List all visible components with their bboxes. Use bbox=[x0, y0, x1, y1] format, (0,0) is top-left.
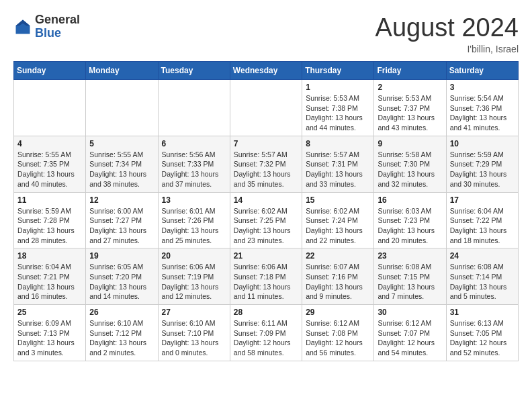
day-info: Sunrise: 5:56 AM Sunset: 7:33 PM Dayligh… bbox=[162, 150, 226, 189]
day-number: 20 bbox=[162, 251, 226, 261]
calendar-cell: 8Sunrise: 5:57 AM Sunset: 7:31 PM Daylig… bbox=[302, 136, 374, 192]
column-header-wednesday: Wednesday bbox=[230, 62, 302, 80]
day-info: Sunrise: 5:57 AM Sunset: 7:31 PM Dayligh… bbox=[306, 150, 370, 189]
day-info: Sunrise: 6:02 AM Sunset: 7:24 PM Dayligh… bbox=[306, 206, 370, 246]
day-number: 3 bbox=[450, 83, 515, 92]
day-info: Sunrise: 6:08 AM Sunset: 7:15 PM Dayligh… bbox=[378, 262, 442, 302]
day-info: Sunrise: 6:01 AM Sunset: 7:26 PM Dayligh… bbox=[162, 206, 226, 246]
day-info: Sunrise: 6:02 AM Sunset: 7:25 PM Dayligh… bbox=[234, 206, 298, 246]
calendar-header-row: SundayMondayTuesdayWednesdayThursdayFrid… bbox=[14, 62, 519, 80]
logo-general-text: General bbox=[35, 13, 80, 27]
day-info: Sunrise: 6:12 AM Sunset: 7:07 PM Dayligh… bbox=[378, 318, 442, 358]
column-header-friday: Friday bbox=[374, 62, 446, 80]
calendar-cell: 17Sunrise: 6:04 AM Sunset: 7:22 PM Dayli… bbox=[446, 192, 518, 248]
day-number: 21 bbox=[234, 251, 298, 261]
week-row-5: 25Sunrise: 6:09 AM Sunset: 7:13 PM Dayli… bbox=[14, 305, 519, 361]
day-info: Sunrise: 5:53 AM Sunset: 7:37 PM Dayligh… bbox=[378, 93, 442, 133]
calendar-cell: 7Sunrise: 5:57 AM Sunset: 7:32 PM Daylig… bbox=[230, 136, 302, 192]
day-number: 14 bbox=[234, 195, 298, 205]
calendar-cell: 31Sunrise: 6:13 AM Sunset: 7:05 PM Dayli… bbox=[446, 305, 518, 361]
day-info: Sunrise: 6:12 AM Sunset: 7:08 PM Dayligh… bbox=[306, 318, 370, 358]
calendar-cell: 18Sunrise: 6:04 AM Sunset: 7:21 PM Dayli… bbox=[14, 248, 86, 305]
day-number: 31 bbox=[450, 308, 515, 317]
day-info: Sunrise: 6:00 AM Sunset: 7:27 PM Dayligh… bbox=[89, 206, 154, 246]
day-number: 5 bbox=[89, 139, 154, 148]
day-info: Sunrise: 6:04 AM Sunset: 7:21 PM Dayligh… bbox=[17, 262, 82, 302]
day-number: 7 bbox=[234, 139, 298, 148]
day-info: Sunrise: 5:55 AM Sunset: 7:35 PM Dayligh… bbox=[17, 150, 82, 189]
calendar-cell: 4Sunrise: 5:55 AM Sunset: 7:35 PM Daylig… bbox=[14, 136, 86, 192]
day-number: 19 bbox=[89, 251, 154, 261]
day-number: 23 bbox=[378, 251, 442, 261]
day-number: 27 bbox=[162, 308, 226, 317]
day-number: 11 bbox=[17, 195, 82, 205]
day-number: 22 bbox=[306, 251, 370, 261]
day-info: Sunrise: 5:59 AM Sunset: 7:28 PM Dayligh… bbox=[17, 206, 82, 246]
day-info: Sunrise: 6:10 AM Sunset: 7:10 PM Dayligh… bbox=[162, 318, 226, 358]
logo-icon bbox=[13, 17, 32, 36]
day-number: 16 bbox=[378, 195, 442, 205]
day-info: Sunrise: 6:11 AM Sunset: 7:09 PM Dayligh… bbox=[234, 318, 298, 358]
day-info: Sunrise: 6:06 AM Sunset: 7:18 PM Dayligh… bbox=[234, 262, 298, 302]
day-number: 13 bbox=[162, 195, 226, 205]
calendar-cell: 15Sunrise: 6:02 AM Sunset: 7:24 PM Dayli… bbox=[302, 192, 374, 248]
calendar-cell: 1Sunrise: 5:53 AM Sunset: 7:38 PM Daylig… bbox=[302, 80, 374, 136]
calendar-cell: 21Sunrise: 6:06 AM Sunset: 7:18 PM Dayli… bbox=[230, 248, 302, 305]
day-info: Sunrise: 6:08 AM Sunset: 7:14 PM Dayligh… bbox=[450, 262, 515, 302]
day-number: 9 bbox=[378, 139, 442, 148]
day-info: Sunrise: 6:09 AM Sunset: 7:13 PM Dayligh… bbox=[17, 318, 82, 358]
day-number: 28 bbox=[234, 308, 298, 317]
column-header-sunday: Sunday bbox=[14, 62, 86, 80]
day-info: Sunrise: 5:54 AM Sunset: 7:36 PM Dayligh… bbox=[450, 93, 515, 133]
calendar-cell: 22Sunrise: 6:07 AM Sunset: 7:16 PM Dayli… bbox=[302, 248, 374, 305]
day-number: 12 bbox=[89, 195, 154, 205]
logo-blue-text: Blue bbox=[35, 27, 80, 40]
calendar-cell: 23Sunrise: 6:08 AM Sunset: 7:15 PM Dayli… bbox=[374, 248, 446, 305]
day-number: 30 bbox=[378, 308, 442, 317]
day-info: Sunrise: 5:59 AM Sunset: 7:29 PM Dayligh… bbox=[450, 150, 515, 189]
calendar-cell bbox=[14, 80, 86, 136]
calendar-cell: 3Sunrise: 5:54 AM Sunset: 7:36 PM Daylig… bbox=[446, 80, 518, 136]
day-number: 17 bbox=[450, 195, 515, 205]
calendar-cell: 29Sunrise: 6:12 AM Sunset: 7:08 PM Dayli… bbox=[302, 305, 374, 361]
day-info: Sunrise: 5:55 AM Sunset: 7:34 PM Dayligh… bbox=[89, 150, 154, 189]
day-number: 6 bbox=[162, 139, 226, 148]
calendar-cell: 13Sunrise: 6:01 AM Sunset: 7:26 PM Dayli… bbox=[158, 192, 230, 248]
day-number: 1 bbox=[306, 83, 370, 92]
calendar-cell: 2Sunrise: 5:53 AM Sunset: 7:37 PM Daylig… bbox=[374, 80, 446, 136]
calendar-cell: 11Sunrise: 5:59 AM Sunset: 7:28 PM Dayli… bbox=[14, 192, 86, 248]
day-number: 26 bbox=[89, 308, 154, 317]
logo: General Blue bbox=[13, 13, 80, 40]
day-number: 29 bbox=[306, 308, 370, 317]
column-header-tuesday: Tuesday bbox=[158, 62, 230, 80]
day-info: Sunrise: 5:58 AM Sunset: 7:30 PM Dayligh… bbox=[378, 150, 442, 189]
day-number: 2 bbox=[378, 83, 442, 92]
day-number: 25 bbox=[17, 308, 82, 317]
calendar-cell: 10Sunrise: 5:59 AM Sunset: 7:29 PM Dayli… bbox=[446, 136, 518, 192]
day-number: 24 bbox=[450, 251, 515, 261]
day-info: Sunrise: 6:04 AM Sunset: 7:22 PM Dayligh… bbox=[450, 206, 515, 246]
calendar-cell: 5Sunrise: 5:55 AM Sunset: 7:34 PM Daylig… bbox=[86, 136, 158, 192]
day-info: Sunrise: 6:06 AM Sunset: 7:19 PM Dayligh… bbox=[162, 262, 226, 302]
calendar-cell bbox=[230, 80, 302, 136]
column-header-saturday: Saturday bbox=[446, 62, 518, 80]
day-number: 8 bbox=[306, 139, 370, 148]
day-info: Sunrise: 6:13 AM Sunset: 7:05 PM Dayligh… bbox=[450, 318, 515, 358]
day-number: 4 bbox=[17, 139, 82, 148]
week-row-1: 1Sunrise: 5:53 AM Sunset: 7:38 PM Daylig… bbox=[14, 80, 519, 136]
calendar-cell: 27Sunrise: 6:10 AM Sunset: 7:10 PM Dayli… bbox=[158, 305, 230, 361]
calendar-cell: 24Sunrise: 6:08 AM Sunset: 7:14 PM Dayli… bbox=[446, 248, 518, 305]
title-area: August 2024 I'billin, Israel bbox=[375, 13, 519, 54]
column-header-thursday: Thursday bbox=[302, 62, 374, 80]
day-number: 18 bbox=[17, 251, 82, 261]
day-info: Sunrise: 5:53 AM Sunset: 7:38 PM Dayligh… bbox=[306, 93, 370, 133]
calendar-cell: 14Sunrise: 6:02 AM Sunset: 7:25 PM Dayli… bbox=[230, 192, 302, 248]
day-info: Sunrise: 6:05 AM Sunset: 7:20 PM Dayligh… bbox=[89, 262, 154, 302]
calendar-cell: 20Sunrise: 6:06 AM Sunset: 7:19 PM Dayli… bbox=[158, 248, 230, 305]
day-number: 10 bbox=[450, 139, 515, 148]
calendar-table: SundayMondayTuesdayWednesdayThursdayFrid… bbox=[13, 61, 519, 361]
calendar-cell: 25Sunrise: 6:09 AM Sunset: 7:13 PM Dayli… bbox=[14, 305, 86, 361]
calendar-cell: 30Sunrise: 6:12 AM Sunset: 7:07 PM Dayli… bbox=[374, 305, 446, 361]
day-info: Sunrise: 6:07 AM Sunset: 7:16 PM Dayligh… bbox=[306, 262, 370, 302]
calendar-cell bbox=[158, 80, 230, 136]
